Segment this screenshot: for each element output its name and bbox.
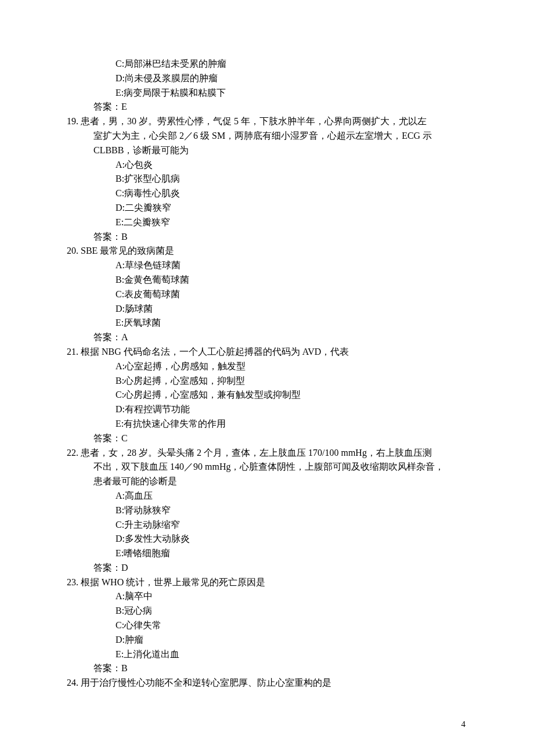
q21-answer: 答案：C [67, 431, 467, 446]
q23-answer: 答案：B [67, 661, 467, 676]
q18-answer: 答案：E [67, 100, 467, 114]
q22-stem-text1: 患者，女，28 岁。头晕头痛 2 个月，查体，左上肢血压 170/100 mmH… [81, 448, 432, 458]
q19-stem-text1: 患者，男，30 岁。劳累性心悸，气促 5 年，下肢水肿半年，心界向两侧扩大，尤以… [81, 116, 427, 126]
q20-stem-text1: SBE 最常见的致病菌是 [81, 246, 174, 255]
q19-option-c: C:病毒性心肌炎 [67, 186, 467, 201]
q22-answer: 答案：D [67, 561, 467, 575]
q21-stem-text1: 根据 NBG 代码命名法，一个人工心脏起搏器的代码为 AVD，代表 [81, 347, 349, 357]
q21-option-a: A:心室起搏，心房感知，触发型 [67, 359, 467, 374]
q21-number: 21. [67, 347, 78, 357]
q18-option-c: C:局部淋巴结未受累的肿瘤 [67, 57, 467, 71]
q19-answer: 答案：B [67, 230, 467, 244]
q24-stem-text1: 用于治疗慢性心功能不全和逆转心室肥厚、防止心室重构的是 [81, 678, 331, 687]
q19-stem-line2: 室扩大为主，心尖部 2／6 级 SM，两肺底有细小湿罗音，心超示左室增大，ECG… [67, 129, 467, 143]
q19-option-a: A:心包炎 [67, 158, 467, 172]
q23-option-b: B:冠心病 [67, 604, 467, 618]
q21-stem-line1: 21. 根据 NBG 代码命名法，一个人工心脏起搏器的代码为 AVD，代表 [67, 345, 467, 359]
q19-option-b: B:扩张型心肌病 [67, 172, 467, 186]
q22-option-b: B:肾动脉狭窄 [67, 503, 467, 518]
q20-answer: 答案：A [67, 330, 467, 345]
q20-stem-line1: 20. SBE 最常见的致病菌是 [67, 244, 467, 258]
q22-option-c: C:升主动脉缩窄 [67, 518, 467, 532]
q24-stem-line1: 24. 用于治疗慢性心功能不全和逆转心室肥厚、防止心室重构的是 [67, 676, 467, 690]
q21-option-d: D:有程控调节功能 [67, 402, 467, 417]
q20-number: 20. [67, 246, 78, 255]
q20-option-e: E:厌氧球菌 [67, 316, 467, 330]
page-content: C:局部淋巴结未受累的肿瘤 D:尚未侵及浆膜层的肿瘤 E:病变局限于粘膜和粘膜下… [0, 0, 534, 690]
q18-option-e: E:病变局限于粘膜和粘膜下 [67, 86, 467, 100]
q23-option-a: A:脑卒中 [67, 589, 467, 604]
q21-option-e: E:有抗快速心律失常的作用 [67, 417, 467, 431]
q22-number: 22. [67, 448, 78, 458]
q23-number: 23. [67, 577, 78, 587]
q21-option-b: B:心房起搏，心室感知，抑制型 [67, 374, 467, 388]
q19-option-e: E:二尖瓣狭窄 [67, 215, 467, 230]
q20-option-b: B:金黄色葡萄球菌 [67, 273, 467, 287]
q23-stem-line1: 23. 根据 WHO 统计，世界上最常见的死亡原因是 [67, 575, 467, 590]
q18-option-d: D:尚未侵及浆膜层的肿瘤 [67, 71, 467, 86]
q22-stem-line1: 22. 患者，女，28 岁。头晕头痛 2 个月，查体，左上肢血压 170/100… [67, 446, 467, 460]
q23-option-c: C:心律失常 [67, 618, 467, 633]
q20-option-d: D:肠球菌 [67, 302, 467, 316]
q23-option-d: D:肿瘤 [67, 633, 467, 647]
q24-number: 24. [67, 678, 78, 687]
q22-stem-line3: 患者最可能的诊断是 [67, 474, 467, 489]
q22-option-d: D:多发性大动脉炎 [67, 532, 467, 546]
q19-stem-line3: CLBBB，诊断最可能为 [67, 143, 467, 158]
q23-stem-text1: 根据 WHO 统计，世界上最常见的死亡原因是 [81, 577, 265, 587]
q22-option-e: E:嗜铬细胞瘤 [67, 546, 467, 561]
q20-option-a: A:草绿色链球菌 [67, 258, 467, 273]
q22-option-a: A:高血压 [67, 489, 467, 503]
page-number: 4 [461, 719, 466, 729]
q19-option-d: D:二尖瓣狭窄 [67, 201, 467, 215]
q21-option-c: C:心房起搏，心室感知，兼有触发型或抑制型 [67, 388, 467, 402]
q22-stem-line2: 不出，双下肢血压 140／90 mmHg，心脏查体阴性，上腹部可闻及收缩期吹风样… [67, 460, 467, 474]
q19-stem-line1: 19. 患者，男，30 岁。劳累性心悸，气促 5 年，下肢水肿半年，心界向两侧扩… [67, 114, 467, 129]
q20-option-c: C:表皮葡萄球菌 [67, 287, 467, 302]
q19-number: 19. [67, 116, 78, 126]
q23-option-e: E:上消化道出血 [67, 647, 467, 662]
